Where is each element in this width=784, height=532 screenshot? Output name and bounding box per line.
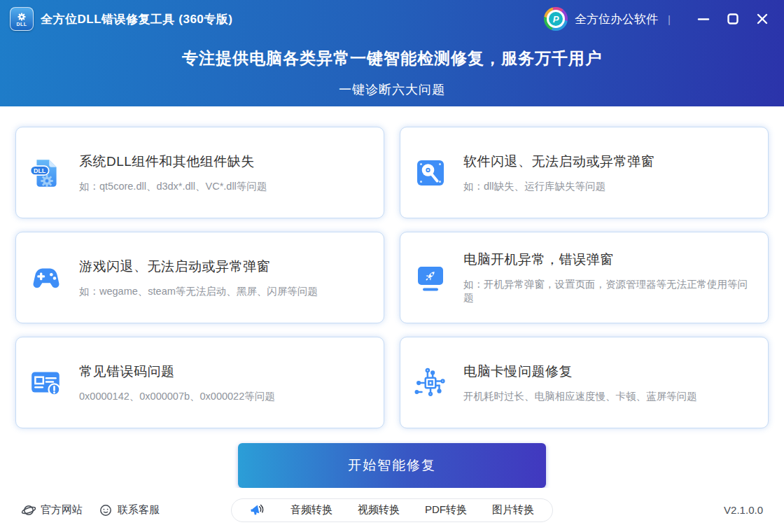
tools-pill: 音频转换 视频转换 PDF转换 图片转换 (231, 498, 553, 522)
official-site-link[interactable]: 官方网站 (21, 503, 83, 518)
card-boot-error[interactable]: 电脑开机异常，错误弹窗 如：开机异常弹窗，设置页面，资源管理器等无法正常使用等问… (400, 232, 769, 323)
card-title: 常见错误码问题 (79, 363, 275, 381)
titlebar-divider: | (668, 13, 671, 25)
tool-audio-convert[interactable]: 音频转换 (290, 503, 332, 517)
gear-wrench-icon (17, 12, 27, 22)
maximize-icon (727, 13, 739, 25)
contact-support-label: 联系客服 (118, 503, 160, 517)
header: DLL 全方位DLL错误修复工具 (360专版) P 全方位办公软件 | (0, 0, 784, 106)
card-desc: 如：qt5core.dll、d3dx*.dll、VC*.dll等问题 (79, 180, 267, 193)
card-system-dll-missing[interactable]: DLL 系统DLL组件和其他组件缺失 如：qt5core.dll、d3dx*.d… (15, 127, 384, 218)
app-icon-label: DLL (16, 22, 27, 27)
card-game-crash[interactable]: 游戏闪退、无法启动或异常弹窗 如：wegame、steam等无法启动、黑屏、闪屏… (15, 232, 384, 323)
card-title: 系统DLL组件和其他组件缺失 (79, 153, 267, 171)
maximize-button[interactable] (724, 10, 742, 28)
minimize-button[interactable] (694, 10, 713, 28)
card-title: 电脑卡慢问题修复 (463, 363, 697, 381)
brand-name: 全方位办公软件 (575, 11, 658, 27)
smiley-icon (98, 503, 113, 518)
card-title: 游戏闪退、无法启动或异常弹窗 (79, 258, 318, 276)
monitor-rocket-icon (413, 260, 448, 295)
card-desc: 0x0000142、0x000007b、0x000022等问题 (79, 390, 275, 403)
card-desc: 如：开机异常弹窗，设置页面，资源管理器等无法正常使用等问题 (463, 278, 755, 304)
titlebar-right: P 全方位办公软件 | (544, 7, 771, 31)
tool-image-convert[interactable]: 图片转换 (492, 503, 534, 517)
hero-subline: 一键诊断六大问题 (0, 81, 784, 98)
gamepad-icon (29, 260, 64, 295)
start-repair-button[interactable]: 开始智能修复 (238, 443, 546, 488)
official-site-label: 官方网站 (41, 503, 83, 517)
svg-text:DLL: DLL (34, 167, 46, 174)
tool-video-convert[interactable]: 视频转换 (358, 503, 400, 517)
card-desc: 开机耗时过长、电脑相应速度慢、卡顿、蓝屏等问题 (463, 390, 697, 403)
card-software-crash[interactable]: 软件闪退、无法启动或异常弹窗 如：dll缺失、运行库缺失等问题 (400, 127, 769, 218)
card-desc: 如：wegame、steam等无法启动、黑屏、闪屏等问题 (79, 285, 318, 298)
version-label: V2.1.0.0 (724, 504, 763, 516)
dll-file-icon: DLL (29, 155, 64, 190)
titlebar: DLL 全方位DLL错误修复工具 (360专版) P 全方位办公软件 | (0, 0, 784, 38)
planet-icon (21, 503, 36, 518)
hero-banner: 专注提供电脑各类异常一键智能检测修复，服务万千用户 一键诊断六大问题 (0, 38, 784, 98)
close-button[interactable] (753, 10, 771, 28)
card-title: 电脑开机异常，错误弹窗 (463, 251, 755, 269)
brand-logo-letter: P (549, 12, 563, 26)
brand-logo-icon: P (544, 7, 568, 31)
megaphone-icon (250, 503, 265, 518)
minimize-icon (697, 13, 710, 25)
contact-support-link[interactable]: 联系客服 (98, 503, 160, 518)
hero-headline: 专注提供电脑各类异常一键智能检测修复，服务万千用户 (0, 48, 784, 69)
window-title: 全方位DLL错误修复工具 (360专版) (41, 11, 232, 27)
card-error-codes[interactable]: 常见错误码问题 0x0000142、0x000007b、0x000022等问题 (15, 337, 384, 428)
tool-pdf-convert[interactable]: PDF转换 (425, 503, 467, 517)
close-icon (756, 13, 769, 25)
circuit-chip-icon (413, 365, 448, 400)
hard-drive-icon (413, 155, 448, 190)
card-slow-pc[interactable]: 电脑卡慢问题修复 开机耗时过长、电脑相应速度慢、卡顿、蓝屏等问题 (400, 337, 769, 428)
footer-left: 官方网站 联系客服 (21, 503, 160, 518)
issue-card-grid: DLL 系统DLL组件和其他组件缺失 如：qt5core.dll、d3dx*.d… (0, 106, 784, 428)
footer: 官方网站 联系客服 音频转换 视频转换 PDF转换 图片转换 (0, 488, 784, 532)
card-desc: 如：dll缺失、运行库缺失等问题 (463, 180, 654, 193)
card-title: 软件闪退、无法启动或异常弹窗 (463, 153, 654, 171)
app-logo-icon: DLL (10, 7, 34, 31)
error-code-icon (29, 365, 64, 400)
